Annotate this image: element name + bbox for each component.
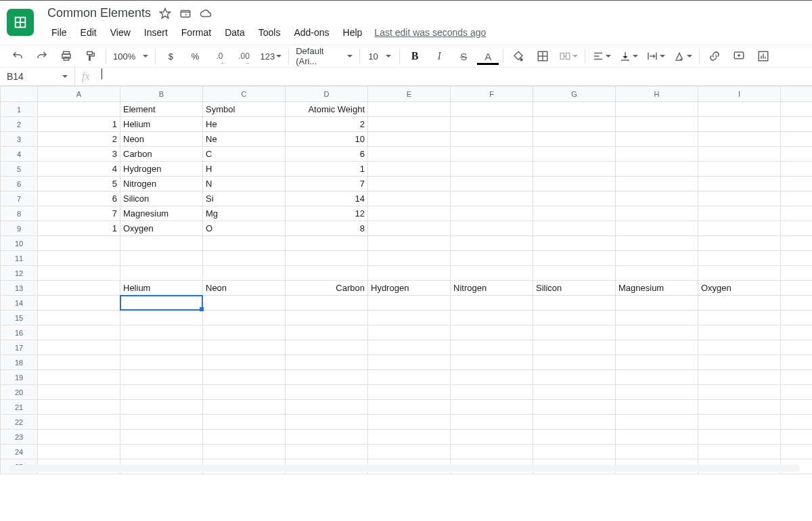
cell-I6[interactable] <box>698 177 781 191</box>
cell-J10[interactable] <box>781 236 813 251</box>
cell-E13[interactable]: Hydrogen <box>368 281 451 296</box>
row-header-23[interactable]: 23 <box>1 430 38 445</box>
cell-J14[interactable] <box>781 296 813 311</box>
row-header-17[interactable]: 17 <box>1 340 38 355</box>
cell-G1[interactable] <box>533 102 616 117</box>
cell-G3[interactable] <box>533 132 616 147</box>
zoom-dropdown[interactable]: 100% <box>109 47 152 65</box>
cell-D7[interactable]: 14 <box>286 191 368 206</box>
format-currency-button[interactable]: $ <box>158 47 183 65</box>
cell-J8[interactable] <box>781 206 813 221</box>
cell-F17[interactable] <box>451 340 533 355</box>
cell-C1[interactable]: Symbol <box>203 102 286 117</box>
cell-I11[interactable] <box>698 251 781 266</box>
cell-D9[interactable]: 8 <box>286 221 368 236</box>
cell-H15[interactable] <box>616 311 698 325</box>
menu-insert[interactable]: Insert <box>139 24 173 41</box>
name-box[interactable]: B14 <box>0 68 75 85</box>
cell-J11[interactable] <box>781 251 813 266</box>
cell-C14[interactable] <box>203 296 286 311</box>
cell-E5[interactable] <box>368 162 451 177</box>
row-header-5[interactable]: 5 <box>1 162 38 177</box>
row-header-24[interactable]: 24 <box>1 445 38 459</box>
cell-E2[interactable] <box>368 117 451 132</box>
cell-E17[interactable] <box>368 340 451 355</box>
cell-C13[interactable]: Neon <box>203 281 286 296</box>
spreadsheet-grid[interactable]: ABCDEFGHIJ1ElementSymbolAtomic Weight21H… <box>0 86 812 474</box>
cell-E18[interactable] <box>368 355 451 370</box>
column-header-E[interactable]: E <box>368 87 451 102</box>
row-header-18[interactable]: 18 <box>1 355 38 370</box>
cell-I3[interactable] <box>698 132 781 147</box>
row-header-11[interactable]: 11 <box>1 251 38 266</box>
cell-J19[interactable] <box>781 370 813 385</box>
cell-D20[interactable] <box>286 385 368 400</box>
cell-I17[interactable] <box>698 340 781 355</box>
cell-A19[interactable] <box>38 370 120 385</box>
cell-E22[interactable] <box>368 415 451 430</box>
menu-data[interactable]: Data <box>219 24 250 41</box>
cell-G4[interactable] <box>533 147 616 162</box>
cell-E24[interactable] <box>368 445 451 459</box>
cell-B10[interactable] <box>120 236 203 251</box>
cell-D14[interactable] <box>286 296 368 311</box>
cell-D2[interactable]: 2 <box>286 117 368 132</box>
cell-B13[interactable]: Helium <box>120 281 203 296</box>
cell-J5[interactable] <box>781 162 813 177</box>
cell-C8[interactable]: Mg <box>203 206 286 221</box>
star-icon[interactable] <box>159 7 171 20</box>
cell-B3[interactable]: Neon <box>120 132 203 147</box>
cell-E14[interactable] <box>368 296 451 311</box>
cell-G23[interactable] <box>533 430 616 445</box>
cell-C17[interactable] <box>203 340 286 355</box>
cell-F19[interactable] <box>451 370 533 385</box>
cell-G17[interactable] <box>533 340 616 355</box>
row-header-12[interactable]: 12 <box>1 266 38 281</box>
cell-E7[interactable] <box>368 191 451 206</box>
horizontal-align-dropdown[interactable] <box>588 47 615 65</box>
cell-I19[interactable] <box>698 370 781 385</box>
cell-I15[interactable] <box>698 311 781 325</box>
cell-A17[interactable] <box>38 340 120 355</box>
cell-D10[interactable] <box>286 236 368 251</box>
menu-help[interactable]: Help <box>338 24 368 41</box>
cell-A20[interactable] <box>38 385 120 400</box>
cell-F2[interactable] <box>451 117 533 132</box>
cell-G18[interactable] <box>533 355 616 370</box>
cell-G11[interactable] <box>533 251 616 266</box>
cell-A18[interactable] <box>38 355 120 370</box>
cell-D24[interactable] <box>286 445 368 459</box>
cell-F24[interactable] <box>451 445 533 459</box>
insert-comment-button[interactable] <box>727 47 751 65</box>
cell-J6[interactable] <box>781 177 813 191</box>
cell-C18[interactable] <box>203 355 286 370</box>
cell-B8[interactable]: Magnesium <box>120 206 203 221</box>
cell-D4[interactable]: 6 <box>286 147 368 162</box>
cell-A8[interactable]: 7 <box>38 206 120 221</box>
cell-F14[interactable] <box>451 296 533 311</box>
cell-G16[interactable] <box>533 325 616 340</box>
cell-G21[interactable] <box>533 400 616 415</box>
cell-A15[interactable] <box>38 311 120 325</box>
cell-B20[interactable] <box>120 385 203 400</box>
doc-title[interactable]: Common Elements <box>46 5 152 22</box>
cell-B7[interactable]: Silicon <box>120 191 203 206</box>
cell-J24[interactable] <box>781 445 813 459</box>
row-header-10[interactable]: 10 <box>1 236 38 251</box>
cell-H11[interactable] <box>616 251 698 266</box>
cell-C11[interactable] <box>203 251 286 266</box>
cell-H24[interactable] <box>616 445 698 459</box>
cell-C6[interactable]: N <box>203 177 286 191</box>
cell-C10[interactable] <box>203 236 286 251</box>
row-header-19[interactable]: 19 <box>1 370 38 385</box>
menu-file[interactable]: File <box>46 24 72 41</box>
cell-I18[interactable] <box>698 355 781 370</box>
row-header-8[interactable]: 8 <box>1 206 38 221</box>
strikethrough-button[interactable]: S <box>451 47 476 65</box>
redo-button[interactable] <box>30 47 54 65</box>
cell-J2[interactable] <box>781 117 813 132</box>
cell-E23[interactable] <box>368 430 451 445</box>
cell-G19[interactable] <box>533 370 616 385</box>
cell-G24[interactable] <box>533 445 616 459</box>
cell-J4[interactable] <box>781 147 813 162</box>
